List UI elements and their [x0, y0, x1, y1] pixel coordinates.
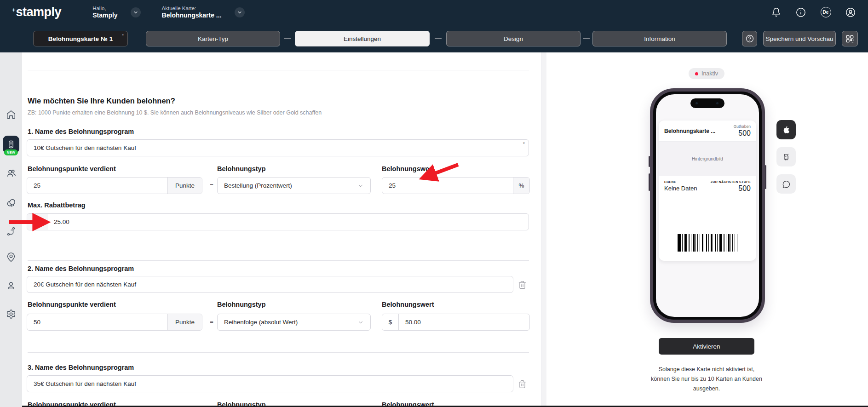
chevron-down-icon	[357, 319, 364, 326]
apple-wallet-toggle[interactable]	[776, 120, 796, 139]
wallet-pass-preview: Belohnungskarte ... Guthaben 500 Hinterg…	[659, 120, 756, 261]
save-preview-button[interactable]: Speichern und Vorschau	[763, 31, 836, 46]
next-level-label: ZUR NÄCHSTEN STUFE	[711, 180, 751, 184]
currency-prefix	[27, 214, 47, 230]
delete-program2-button[interactable]	[518, 279, 529, 290]
program1-value-label: Belohnungswert	[382, 165, 434, 172]
account-dropdown-button[interactable]	[131, 7, 141, 17]
phone-volume-button	[649, 173, 650, 191]
next-level-value: 500	[711, 184, 751, 193]
delete-program3-button[interactable]	[518, 378, 529, 390]
trash-icon	[518, 281, 529, 289]
language-button[interactable]: De	[820, 7, 831, 18]
question-title: Wie möchten Sie Ihre Kunden belohnen?	[28, 97, 175, 105]
chevron-down-icon	[357, 183, 364, 189]
balance-label: Guthaben	[734, 124, 751, 129]
program1-points-input[interactable]: 25 Punkte	[27, 177, 202, 194]
tab-information[interactable]: Information	[592, 31, 727, 46]
sidebar-item-home[interactable]	[3, 106, 19, 123]
tab-connector	[284, 38, 291, 39]
program2-name-value: 20€ Gutschein für den nächsten Kauf	[27, 281, 143, 288]
sidebar-item-settings[interactable]	[3, 306, 19, 322]
card-name-label: Belohnungskarte № 1	[48, 35, 113, 42]
user-icon	[845, 7, 856, 17]
sidebar-item-locations[interactable]	[3, 249, 19, 265]
left-sidebar: NEW	[0, 52, 22, 407]
greeting-label: Hallo,	[92, 5, 117, 11]
android-toggle[interactable]	[776, 147, 796, 166]
note-line: ausgeben.	[628, 384, 785, 394]
program1-points-value: 25	[27, 178, 167, 194]
program2-value-value: 50.00	[399, 314, 529, 330]
settings-form: Wie möchten Sie Ihre Kunden belohnen? ZB…	[22, 52, 541, 407]
sidebar-item-cards[interactable]: NEW	[3, 136, 19, 153]
program2-type-label: Belohnungstyp	[217, 301, 266, 308]
program2-type-select[interactable]: Reihenfolge (absolut Wert)	[217, 314, 371, 331]
phone-power-button	[765, 165, 766, 189]
person-icon	[6, 281, 16, 291]
points-suffix: Punkte	[167, 178, 202, 194]
wizard-tabbar: Belohnungskarte № 1 * Karten-Typ Einstel…	[0, 24, 868, 52]
tab-einstellungen[interactable]: Einstellungen	[295, 31, 430, 46]
feedback-chat-button[interactable]	[776, 174, 796, 194]
required-mark: *	[122, 33, 124, 38]
location-pin-icon	[6, 252, 16, 262]
activate-card-button[interactable]: Aktivieren	[659, 338, 754, 355]
program2-value-input[interactable]: $ 50.00	[382, 314, 530, 331]
program2-name-input[interactable]: 20€ Gutschein für den nächsten Kauf	[27, 276, 513, 293]
dollar-prefix: $	[382, 314, 399, 330]
help-button[interactable]	[742, 31, 757, 46]
card-dropdown-button[interactable]	[235, 7, 245, 17]
chat-icon	[6, 198, 17, 208]
sidebar-item-customers[interactable]	[3, 165, 19, 181]
phone-volume-button	[649, 156, 650, 167]
customers-icon	[6, 168, 17, 178]
tab-design[interactable]: Design	[446, 31, 581, 46]
profile-button[interactable]	[845, 7, 856, 18]
chevron-down-icon	[133, 10, 138, 15]
question-hint: ZB: 1000 Punkte erhalten eine Belohnung …	[28, 109, 322, 116]
percent-suffix: %	[513, 178, 529, 194]
program3-name-value: 35€ Gutschein für den nächsten Kauf	[27, 380, 143, 387]
program1-type-select[interactable]: Bestellung (Prozentwert)	[217, 177, 371, 194]
logo-text: stamply	[16, 6, 62, 18]
program1-value-input[interactable]: 25 %	[382, 177, 530, 194]
program1-name-input[interactable]: 10€ Gutschein für den nächsten Kauf *	[27, 139, 529, 156]
form-scrollbar[interactable]	[541, 52, 546, 407]
program1-name-label: 1. Name des Belohnungsprogram	[28, 128, 134, 135]
barcode	[678, 234, 737, 252]
program3-name-input[interactable]: 35€ Gutschein für den nächsten Kauf	[27, 375, 513, 392]
program3-name-label: 3. Name des Belohnungsprogram	[28, 364, 134, 371]
required-mark: *	[523, 141, 525, 147]
program1-name-value: 10€ Gutschein für den nächsten Kauf	[27, 144, 143, 151]
program2-points-input[interactable]: 50 Punkte	[27, 314, 202, 331]
sidebar-item-profile[interactable]	[3, 277, 19, 294]
bell-icon	[771, 7, 781, 17]
program1-points-label: Belohnungspunkte verdient	[28, 165, 116, 172]
qr-code-button[interactable]	[842, 31, 858, 46]
points-suffix: Punkte	[167, 314, 202, 330]
tab-karten-typ[interactable]: Karten-Typ	[146, 31, 280, 46]
sidebar-item-messages[interactable]	[3, 195, 19, 211]
notifications-button[interactable]	[770, 7, 782, 18]
equals-sign: =	[206, 318, 217, 325]
home-icon	[6, 109, 16, 120]
status-dot	[695, 72, 698, 75]
card-name-button[interactable]: Belohnungskarte № 1 *	[33, 31, 128, 46]
section-divider	[28, 70, 529, 70]
note-line: können Sie nur bis zu 10 Karten an Kunde…	[628, 374, 785, 384]
trash-icon	[518, 380, 529, 389]
loyalty-card-icon	[6, 140, 16, 149]
program2-points-value: 50	[27, 314, 167, 330]
qr-code-icon	[845, 34, 854, 43]
apple-icon	[781, 125, 791, 135]
program2-value-label: Belohnungswert	[382, 301, 434, 308]
help-icon	[745, 34, 754, 43]
program1-max-discount-value: 25.00	[47, 214, 529, 230]
account-switcher: Hallo, Stamply	[92, 5, 140, 19]
route-icon	[6, 226, 16, 236]
program1-max-discount-input[interactable]: 25.00	[27, 213, 529, 230]
status-badge: Inaktiv	[689, 68, 724, 79]
info-button[interactable]	[795, 7, 806, 18]
sidebar-item-integrations[interactable]	[3, 223, 19, 240]
